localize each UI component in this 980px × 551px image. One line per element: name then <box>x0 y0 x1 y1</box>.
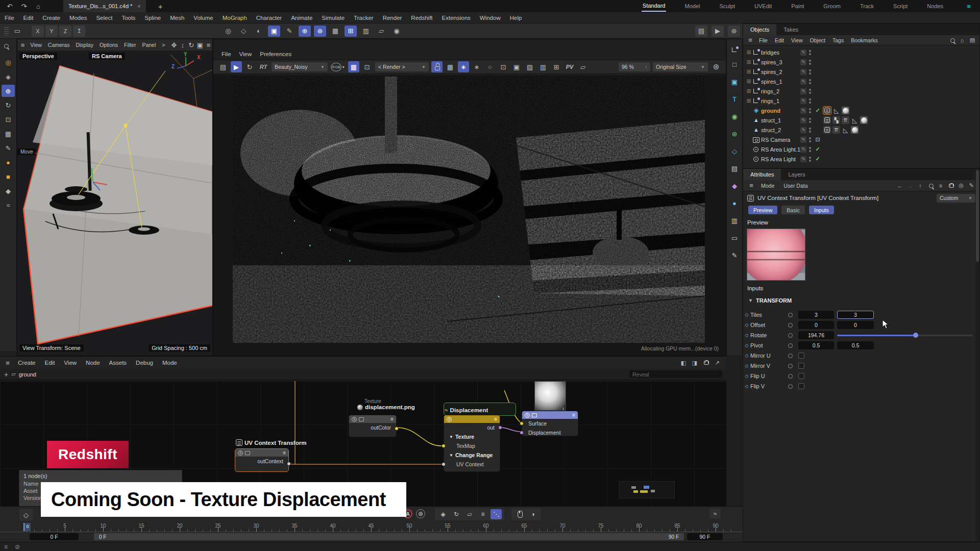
object-row[interactable]: ⊞spires_1✎ <box>743 77 979 86</box>
material-tab-label[interactable]: ground <box>19 371 36 378</box>
timeline-record-icon[interactable]: ◑ <box>527 509 538 519</box>
viewport-menu-item[interactable]: Display <box>72 40 96 50</box>
render-toolbar-icon[interactable] <box>431 61 443 72</box>
visibility-dots[interactable] <box>808 137 812 142</box>
viewport-menu-item[interactable]: Panel <box>139 40 159 50</box>
layer-edit-icon[interactable]: ✎ <box>800 49 806 56</box>
timeline-record-icon[interactable] <box>514 509 525 519</box>
checker-tag-icon[interactable]: ▚ <box>832 116 840 124</box>
menu-item[interactable]: Character <box>252 13 287 23</box>
object-row[interactable]: ⊞rings_2✎ <box>743 86 979 96</box>
checkbox[interactable] <box>798 383 804 389</box>
timeline-key-icon[interactable]: ⋱ <box>491 509 502 519</box>
cube-icon[interactable]: ▣ <box>728 76 741 88</box>
om-menu-icon[interactable]: ≡ <box>746 36 754 44</box>
uv-tag-icon[interactable]: ◺ <box>851 116 859 124</box>
menu-item[interactable]: Render <box>378 13 407 23</box>
visibility-dots[interactable] <box>808 60 812 65</box>
zoom-field[interactable]: 96 %↕ <box>619 62 650 71</box>
palette-tool-icon[interactable]: ◎ <box>2 56 15 68</box>
om-header-icon[interactable]: ⌂ <box>958 36 966 44</box>
render-toolbar-icon[interactable]: ⊡ <box>498 61 509 72</box>
visibility-dots[interactable] <box>808 147 812 152</box>
solo-icon[interactable]: S <box>525 413 530 418</box>
manager-tab[interactable]: Takes <box>776 24 805 35</box>
redo-icon[interactable]: ↷ <box>19 1 29 12</box>
menu-item[interactable]: Animate <box>286 13 317 23</box>
sphere-tag-icon[interactable] <box>860 116 868 124</box>
menu-item[interactable]: Mesh <box>165 13 189 23</box>
visibility-dots[interactable] <box>808 79 812 84</box>
menu-item[interactable]: Help <box>505 13 527 23</box>
visibility-dots[interactable] <box>808 69 812 74</box>
menu-item[interactable]: Edit <box>19 13 38 23</box>
attr-menu-icon[interactable]: ≡ <box>747 182 755 190</box>
output-node[interactable]: S≡ Surface Displacement <box>522 411 578 436</box>
menu-item[interactable]: MoGraph <box>218 13 252 23</box>
slider[interactable] <box>837 335 973 336</box>
render-settings-gear-icon[interactable]: ⊛ <box>710 61 722 72</box>
axis-lock-button[interactable]: Z <box>59 26 71 37</box>
visibility-dots[interactable] <box>808 157 812 162</box>
om-header-icon[interactable] <box>948 36 956 44</box>
outcontext-port[interactable] <box>287 462 291 466</box>
render-toolbar-icon[interactable]: ∗ <box>458 61 469 72</box>
toolbar-icon[interactable]: ▥ <box>360 26 372 37</box>
value-field[interactable]: 0.5 <box>798 341 834 349</box>
arrows-tag-icon[interactable]: ⇈ <box>832 126 840 134</box>
toolbar-icon[interactable]: ⊕ <box>299 26 311 37</box>
toolbar-icon[interactable]: ⊞ <box>345 26 357 37</box>
layout-tab[interactable]: Paint <box>790 1 805 11</box>
viewport-menu-item[interactable]: Options <box>96 40 121 50</box>
render-toolbar-icon[interactable]: ↻ <box>244 61 255 72</box>
layout-tab[interactable]: Standard <box>642 1 667 12</box>
toolbar-icon[interactable]: ▣ <box>268 26 280 37</box>
uv-tag-icon[interactable]: ◺ <box>832 107 840 114</box>
fcurve-icon[interactable]: ≈ <box>709 509 721 519</box>
menu-item[interactable]: Tracker <box>349 13 378 23</box>
close-tab-icon[interactable]: × <box>137 3 140 9</box>
layer-edit-icon[interactable]: ✎ <box>800 88 806 94</box>
environment-icon[interactable]: ● <box>728 197 741 209</box>
attributes-tab[interactable]: Attributes <box>743 169 781 180</box>
solo-icon[interactable]: S <box>447 417 452 422</box>
checkbox[interactable] <box>798 353 804 359</box>
group-label[interactable]: Texture <box>455 434 474 440</box>
viewport-camera-label[interactable]: RS Camera <box>89 53 125 60</box>
visibility-dots[interactable] <box>808 128 812 133</box>
add-material-icon[interactable]: + <box>4 370 8 379</box>
coords-icon[interactable] <box>731 46 739 53</box>
render-toolbar-icon[interactable]: ▨ <box>524 61 535 72</box>
layout-tab[interactable]: Script <box>892 1 909 11</box>
layer-edit-icon[interactable]: ✎ <box>800 146 806 153</box>
render-toolbar-icon[interactable]: ○ <box>484 61 496 72</box>
layer-edit-icon[interactable]: ✎ <box>800 108 806 114</box>
value-field[interactable]: 0 <box>837 321 874 329</box>
rs-tag-icon[interactable] <box>823 126 831 134</box>
layer-edit-icon[interactable]: ✎ <box>800 127 806 133</box>
toolbar-icon[interactable]: ◉ <box>390 26 403 37</box>
node-editor-header-icon[interactable]: ◧ <box>679 359 688 367</box>
end-frame-field[interactable]: 90 F <box>687 533 723 540</box>
node-menu-icon[interactable]: ≡ <box>572 412 575 418</box>
node-minimap[interactable] <box>619 481 675 498</box>
node-editor-menu-icon[interactable]: ≡ <box>3 357 12 368</box>
palette-tool-icon[interactable]: ■ <box>2 170 15 183</box>
render-button[interactable]: ▤ <box>695 26 707 37</box>
object-row[interactable]: RS Camera✎⊡ <box>743 135 979 144</box>
volume-icon[interactable]: ◇ <box>728 145 741 157</box>
palette-tool-icon[interactable]: ◈ <box>2 70 15 83</box>
toolbar-icon[interactable]: ◎ <box>222 26 234 37</box>
port-circle-icon[interactable] <box>788 323 793 328</box>
object-row[interactable]: ⊞spires_2✎ <box>743 67 979 77</box>
object-row[interactable]: ▲struct_1✎▚⇈◺ <box>743 115 979 125</box>
palette-tool-icon[interactable]: ◆ <box>2 185 15 197</box>
displacement-port[interactable] <box>520 431 524 435</box>
menu-item[interactable]: File <box>0 13 19 23</box>
layout-tab[interactable]: Sculpt <box>718 1 736 11</box>
render-menu-item[interactable]: View <box>235 49 256 59</box>
node-editor-menu-item[interactable]: Edit <box>40 358 60 368</box>
attr-header-icon[interactable]: ≡ <box>937 182 945 190</box>
rotate-view-icon[interactable]: ↻ <box>187 39 195 51</box>
rs-tag-icon[interactable] <box>823 116 831 124</box>
